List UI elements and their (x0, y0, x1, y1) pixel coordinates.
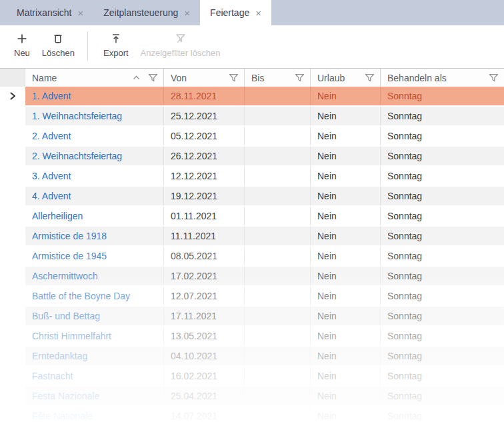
export-button[interactable]: Export (97, 31, 135, 58)
table-row[interactable]: Aschermittwoch 17.02.2021 Nein Sonntag (0, 267, 504, 287)
table-row[interactable]: Fête Nationale 14.07.2021 Nein Sonntag (0, 407, 504, 422)
holiday-name-link[interactable]: Allerheiligen (25, 207, 164, 225)
von-cell: 08.05.2021 (164, 247, 245, 265)
behandeln-als-cell: Sonntag (381, 347, 504, 365)
column-label: Von (171, 73, 187, 83)
row-selector[interactable] (0, 287, 25, 305)
holiday-name-link[interactable]: Battle of the Boyne Day (25, 287, 164, 305)
row-selector[interactable] (0, 207, 25, 225)
button-label: Neu (14, 48, 30, 58)
selected-row-arrow-icon (9, 92, 16, 100)
holiday-name-link[interactable]: Christi Himmelfahrt (25, 327, 164, 345)
bis-cell (245, 327, 311, 345)
table-row[interactable]: 4. Advent 19.12.2021 Nein Sonntag (0, 187, 504, 207)
toolbar-separator (87, 31, 88, 61)
filter-funnel-icon[interactable] (489, 73, 499, 82)
row-selector[interactable] (0, 347, 25, 365)
row-selector[interactable] (0, 247, 25, 265)
close-icon[interactable]: × (77, 8, 83, 18)
column-label: Behandeln als (387, 73, 447, 83)
filter-funnel-icon[interactable] (229, 73, 239, 82)
row-selector[interactable] (0, 127, 25, 145)
app-window: Matrixansicht × Zeitplansteuerung × Feie… (0, 0, 504, 422)
urlaub-cell: Nein (311, 267, 381, 285)
row-selector[interactable] (0, 307, 25, 325)
holiday-name-link[interactable]: Armistice de 1918 (25, 227, 164, 245)
holiday-name-link[interactable]: 2. Advent (25, 127, 164, 145)
table-row[interactable]: 1. Weihnachtsfeiertag 25.12.2021 Nein So… (0, 107, 504, 127)
behandeln-als-cell: Sonntag (381, 147, 504, 165)
table-row[interactable]: 2. Advent 05.12.2021 Nein Sonntag (0, 127, 504, 147)
tab-feiertage[interactable]: Feiertage × (200, 0, 271, 25)
holiday-name-link[interactable]: 1. Weihnachtsfeiertag (25, 107, 164, 125)
von-cell: 16.02.2021 (164, 367, 245, 385)
behandeln-als-cell: Sonntag (381, 267, 504, 285)
row-selector[interactable] (0, 147, 25, 165)
row-selector[interactable] (0, 187, 25, 205)
holiday-name-link[interactable]: 4. Advent (25, 187, 164, 205)
filter-funnel-icon[interactable] (148, 73, 158, 82)
table-row[interactable]: Armistice de 1918 11.11.2021 Nein Sonnta… (0, 227, 504, 247)
behandeln-als-cell: Sonntag (381, 387, 504, 405)
von-cell: 11.11.2021 (164, 227, 245, 245)
holiday-name-link[interactable]: Fête Nationale (25, 407, 164, 422)
holiday-name-link[interactable]: Erntedanktag (25, 347, 164, 365)
urlaub-cell: Nein (311, 407, 381, 422)
row-selector[interactable] (0, 367, 25, 385)
table-row[interactable]: Battle of the Boyne Day 12.07.2021 Nein … (0, 287, 504, 307)
row-selector[interactable] (0, 387, 25, 405)
holiday-name-link[interactable]: Armistice de 1945 (25, 247, 164, 265)
filter-funnel-icon[interactable] (365, 73, 375, 82)
close-icon[interactable]: × (184, 8, 190, 18)
von-cell: 19.12.2021 (164, 187, 245, 205)
bis-cell (245, 367, 311, 385)
filter-funnel-icon[interactable] (295, 73, 305, 82)
table-row[interactable]: Buß- und Bettag 17.11.2021 Nein Sonntag (0, 307, 504, 327)
tab-matrixansicht[interactable]: Matrixansicht × (7, 0, 93, 25)
export-icon (110, 31, 122, 46)
table-row[interactable]: 1. Advent 28.11.2021 Nein Sonntag (0, 87, 504, 107)
column-label: Urlaub (317, 73, 345, 83)
holiday-name-link[interactable]: Festa Nazionale (25, 387, 164, 405)
row-selector[interactable] (0, 407, 25, 422)
holiday-name-link[interactable]: Aschermittwoch (25, 267, 164, 285)
row-selector[interactable] (0, 167, 25, 185)
behandeln-als-cell: Sonntag (381, 187, 504, 205)
column-header-name[interactable]: Name (25, 69, 164, 87)
row-selector[interactable] (0, 87, 25, 105)
row-selector[interactable] (0, 267, 25, 285)
column-header-urlaub[interactable]: Urlaub (311, 69, 381, 87)
delete-button[interactable]: Löschen (36, 31, 81, 58)
holiday-name-link[interactable]: Fastnacht (25, 367, 164, 385)
holiday-name-link[interactable]: 1. Advent (25, 87, 164, 105)
bis-cell (245, 287, 311, 305)
behandeln-als-cell: Sonntag (381, 247, 504, 265)
von-cell: 28.11.2021 (164, 87, 245, 105)
column-header-bis[interactable]: Bis (245, 69, 311, 87)
clear-display-filter-button[interactable]: Anzeigefilter löschen (135, 31, 227, 58)
column-header-behandeln-als[interactable]: Behandeln als (381, 69, 504, 87)
close-icon[interactable]: × (255, 8, 261, 18)
row-selector[interactable] (0, 327, 25, 345)
bis-cell (245, 167, 311, 185)
holiday-name-link[interactable]: Buß- und Bettag (25, 307, 164, 325)
behandeln-als-cell: Sonntag (381, 227, 504, 245)
table-row[interactable]: Erntedanktag 04.10.2021 Nein Sonntag (0, 347, 504, 367)
table-row[interactable]: 3. Advent 12.12.2021 Nein Sonntag (0, 167, 504, 187)
row-selector[interactable] (0, 107, 25, 125)
tab-bar: Matrixansicht × Zeitplansteuerung × Feie… (0, 0, 504, 25)
table-row[interactable]: Fastnacht 16.02.2021 Nein Sonntag (0, 367, 504, 387)
new-button[interactable]: Neu (8, 31, 36, 58)
holiday-name-link[interactable]: 2. Weihnachtsfeiertag (25, 147, 164, 165)
table-row[interactable]: 2. Weihnachtsfeiertag 26.12.2021 Nein So… (0, 147, 504, 167)
row-selector[interactable] (0, 227, 25, 245)
table-row[interactable]: Allerheiligen 01.11.2021 Nein Sonntag (0, 207, 504, 227)
column-header-von[interactable]: Von (164, 69, 245, 87)
urlaub-cell: Nein (311, 387, 381, 405)
table-row[interactable]: Festa Nazionale 25.04.2021 Nein Sonntag (0, 387, 504, 407)
table-row[interactable]: Christi Himmelfahrt 13.05.2021 Nein Sonn… (0, 327, 504, 347)
urlaub-cell: Nein (311, 247, 381, 265)
tab-zeitplansteuerung[interactable]: Zeitplansteuerung × (93, 0, 200, 25)
holiday-name-link[interactable]: 3. Advent (25, 167, 164, 185)
table-row[interactable]: Armistice de 1945 08.05.2021 Nein Sonnta… (0, 247, 504, 267)
